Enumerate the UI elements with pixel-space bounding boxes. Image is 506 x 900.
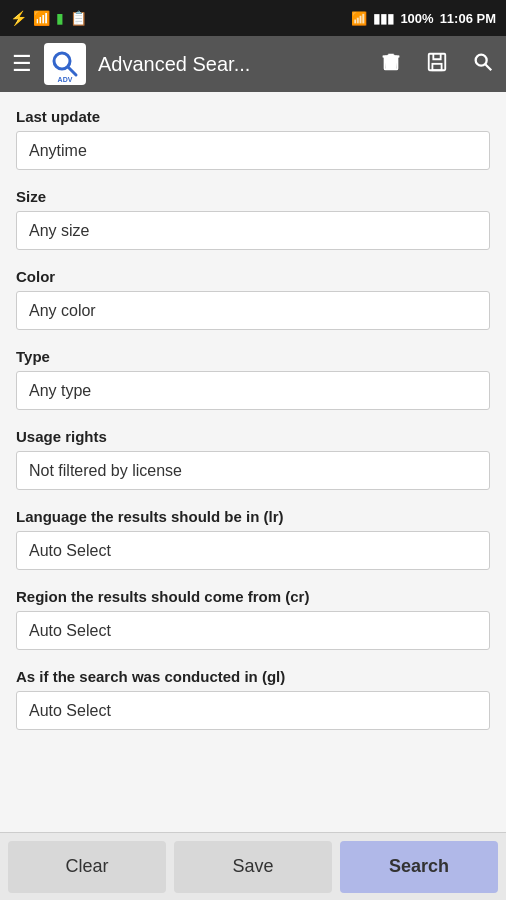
svg-line-1: [68, 67, 76, 75]
trash-icon: [380, 51, 402, 73]
conducted-in-select[interactable]: Auto Select: [16, 691, 490, 730]
usage-rights-group: Usage rights Not filtered by license: [16, 428, 490, 490]
svg-point-9: [476, 55, 487, 66]
language-group: Language the results should be in (lr) A…: [16, 508, 490, 570]
type-label: Type: [16, 348, 490, 365]
save-icon: [426, 51, 448, 73]
adv-label: ADV: [57, 76, 74, 83]
search-bottom-button[interactable]: Search: [340, 841, 498, 893]
type-group: Type Any type: [16, 348, 490, 410]
conducted-in-group: As if the search was conducted in (gl) A…: [16, 668, 490, 730]
battery-icon: ▮: [56, 10, 64, 26]
size-label: Size: [16, 188, 490, 205]
status-bar-left: ⚡ 📶 ▮ 📋: [10, 10, 87, 26]
wifi-icon: 📶: [33, 10, 50, 26]
search-adv-icon: [51, 50, 79, 78]
main-content: Last update Anytime Size Any size Color …: [0, 92, 506, 832]
search-toolbar-icon: [472, 51, 494, 73]
last-update-group: Last update Anytime: [16, 108, 490, 170]
clear-button[interactable]: Clear: [8, 841, 166, 893]
size-group: Size Any size: [16, 188, 490, 250]
color-label: Color: [16, 268, 490, 285]
color-group: Color Any color: [16, 268, 490, 330]
svg-rect-7: [429, 54, 446, 71]
notification-icon: 📋: [70, 10, 87, 26]
status-bar: ⚡ 📶 ▮ 📋 📶 ▮▮▮ 100% 11:06 PM: [0, 0, 506, 36]
signal-bars-icon: ▮▮▮: [373, 11, 394, 26]
region-group: Region the results should come from (cr)…: [16, 588, 490, 650]
usage-rights-label: Usage rights: [16, 428, 490, 445]
search-toolbar-button[interactable]: [468, 47, 498, 81]
language-label: Language the results should be in (lr): [16, 508, 490, 525]
status-bar-right: 📶 ▮▮▮ 100% 11:06 PM: [351, 11, 496, 26]
clock: 11:06 PM: [440, 11, 496, 26]
app-icon: ADV: [44, 43, 86, 85]
region-select[interactable]: Auto Select: [16, 611, 490, 650]
usb-icon: ⚡: [10, 10, 27, 26]
color-select[interactable]: Any color: [16, 291, 490, 330]
type-select[interactable]: Any type: [16, 371, 490, 410]
conducted-in-label: As if the search was conducted in (gl): [16, 668, 490, 685]
size-select[interactable]: Any size: [16, 211, 490, 250]
language-select[interactable]: Auto Select: [16, 531, 490, 570]
battery-percentage: 100%: [400, 11, 433, 26]
last-update-label: Last update: [16, 108, 490, 125]
usage-rights-select[interactable]: Not filtered by license: [16, 451, 490, 490]
last-update-select[interactable]: Anytime: [16, 131, 490, 170]
menu-icon[interactable]: ☰: [8, 47, 36, 81]
region-label: Region the results should come from (cr): [16, 588, 490, 605]
wifi-signal-icon: 📶: [351, 11, 367, 26]
save-button[interactable]: [422, 47, 452, 81]
svg-line-10: [485, 64, 491, 70]
toolbar-title: Advanced Sear...: [94, 53, 368, 76]
trash-button[interactable]: [376, 47, 406, 81]
svg-rect-8: [432, 64, 441, 70]
bottom-bar: Clear Save Search: [0, 832, 506, 900]
toolbar-icons: [376, 47, 498, 81]
save-bottom-button[interactable]: Save: [174, 841, 332, 893]
toolbar: ☰ ADV Advanced Sear...: [0, 36, 506, 92]
